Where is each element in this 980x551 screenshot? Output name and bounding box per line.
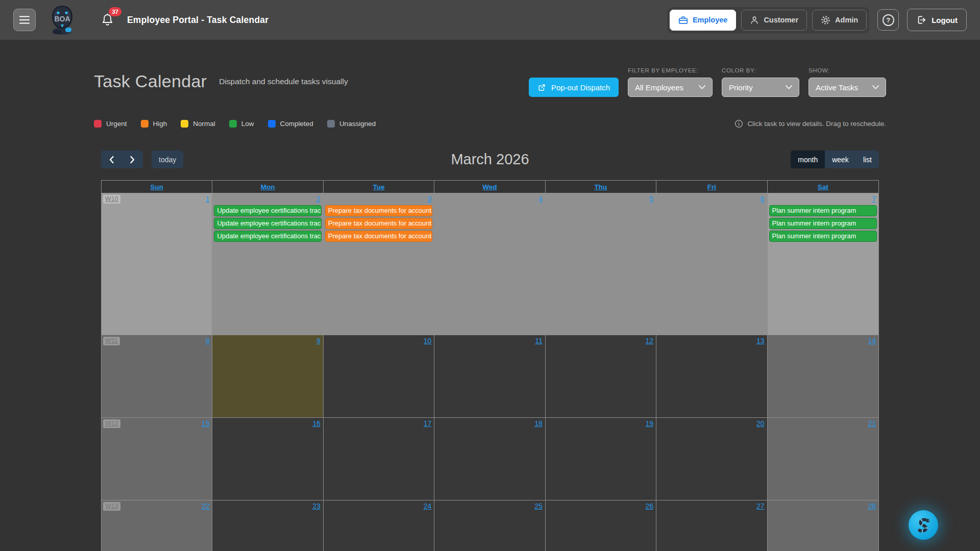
day-cell-march-19[interactable]: 19 bbox=[546, 418, 656, 500]
date-link-21[interactable]: 21 bbox=[868, 419, 876, 428]
date-link-20[interactable]: 20 bbox=[756, 419, 765, 428]
dow-link-tue[interactable]: Tue bbox=[373, 183, 385, 191]
dow-link-thu[interactable]: Thu bbox=[595, 183, 607, 191]
calendar-event[interactable]: Prepare tax documents for accountant bbox=[325, 218, 432, 229]
date-link-15[interactable]: 15 bbox=[202, 419, 210, 428]
date-link-23[interactable]: 23 bbox=[312, 502, 321, 511]
date-link-2[interactable]: 2 bbox=[316, 195, 321, 204]
dow-link-fri[interactable]: Fri bbox=[707, 183, 716, 191]
date-link-27[interactable]: 27 bbox=[756, 502, 765, 511]
date-link-16[interactable]: 16 bbox=[312, 419, 321, 428]
filter-select-1[interactable]: All Employees bbox=[628, 78, 713, 97]
calendar-event[interactable]: Prepare tax documents for accountant bbox=[325, 231, 432, 242]
next-month-button[interactable] bbox=[122, 151, 143, 168]
day-cell-march-10[interactable]: 10 bbox=[324, 335, 434, 418]
calendar-event[interactable]: Update employee certifications tracker bbox=[214, 231, 321, 242]
logout-button[interactable]: Logout bbox=[907, 9, 967, 31]
day-cell-march-20[interactable]: 20 bbox=[656, 418, 767, 500]
menu-button[interactable] bbox=[13, 9, 36, 31]
filter-select-3[interactable]: Active Tasks bbox=[808, 78, 886, 97]
day-cell-march-11[interactable]: 11 bbox=[434, 335, 545, 418]
day-cell-march-9[interactable]: 9 bbox=[212, 335, 323, 418]
date-link-1[interactable]: 1 bbox=[206, 195, 210, 204]
popout-dispatch-button[interactable]: Pop-out Dispatch bbox=[529, 78, 619, 97]
day-cell-march-1[interactable]: W101 bbox=[102, 193, 212, 335]
date-link-5[interactable]: 5 bbox=[649, 195, 653, 204]
date-link-14[interactable]: 14 bbox=[868, 337, 876, 345]
role-button-customer[interactable]: Customer bbox=[741, 10, 807, 31]
day-cell-march-14[interactable]: 14 bbox=[768, 335, 878, 418]
help-button[interactable]: ? bbox=[877, 9, 899, 31]
week-number-link-w13[interactable]: W13 bbox=[103, 502, 120, 511]
date-link-25[interactable]: 25 bbox=[534, 502, 543, 511]
date-link-11[interactable]: 11 bbox=[535, 337, 543, 345]
calendar-event[interactable]: Plan summer intern program bbox=[769, 205, 877, 216]
day-cell-march-18[interactable]: 18 bbox=[434, 418, 545, 500]
week-number-link-w12[interactable]: W12 bbox=[103, 419, 120, 428]
calendar-event[interactable]: Prepare tax documents for accountant bbox=[325, 205, 432, 216]
view-button-month[interactable]: month bbox=[791, 151, 825, 168]
day-cell-march-12[interactable]: 12 bbox=[546, 335, 656, 418]
date-link-8[interactable]: 8 bbox=[206, 337, 210, 345]
prev-month-button[interactable] bbox=[101, 151, 122, 168]
day-cell-march-27[interactable]: 27 bbox=[656, 500, 767, 551]
date-link-28[interactable]: 28 bbox=[868, 502, 876, 511]
cell-top: 6 bbox=[656, 193, 767, 205]
day-cell-march-2[interactable]: 2Update employee certifications trackerU… bbox=[212, 193, 323, 335]
week-number-link-w11[interactable]: W11 bbox=[103, 337, 120, 345]
date-link-22[interactable]: 22 bbox=[202, 502, 210, 511]
day-cell-march-13[interactable]: 13 bbox=[656, 335, 767, 418]
day-cell-march-22[interactable]: W1322 bbox=[102, 500, 212, 551]
date-link-12[interactable]: 12 bbox=[646, 337, 654, 345]
date-link-7[interactable]: 7 bbox=[872, 195, 876, 204]
calendar-event[interactable]: Plan summer intern program bbox=[769, 231, 877, 242]
date-link-18[interactable]: 18 bbox=[534, 419, 543, 428]
day-cell-march-6[interactable]: 6 bbox=[656, 193, 767, 335]
day-cell-march-8[interactable]: W118 bbox=[102, 335, 212, 418]
view-button-week[interactable]: week bbox=[825, 151, 856, 168]
day-cell-march-24[interactable]: 24 bbox=[324, 500, 434, 551]
date-link-9[interactable]: 9 bbox=[316, 337, 321, 345]
day-cell-march-16[interactable]: 16 bbox=[212, 418, 323, 500]
date-link-17[interactable]: 17 bbox=[424, 419, 432, 428]
day-cell-march-15[interactable]: W1215 bbox=[102, 418, 212, 500]
date-link-3[interactable]: 3 bbox=[427, 195, 431, 204]
today-button[interactable]: today bbox=[152, 151, 183, 168]
notifications-button[interactable]: 37 bbox=[101, 13, 114, 27]
day-cell-march-5[interactable]: 5 bbox=[546, 193, 656, 335]
calendar-event[interactable]: Plan summer intern program bbox=[769, 218, 877, 229]
day-cell-march-7[interactable]: 7Plan summer intern programPlan summer i… bbox=[768, 193, 878, 335]
legend-color-chip bbox=[181, 120, 188, 128]
date-link-4[interactable]: 4 bbox=[538, 195, 543, 204]
role-button-admin[interactable]: Admin bbox=[812, 10, 867, 31]
dow-link-sat[interactable]: Sat bbox=[818, 183, 828, 191]
date-link-26[interactable]: 26 bbox=[646, 502, 654, 511]
date-link-13[interactable]: 13 bbox=[756, 337, 765, 345]
date-link-10[interactable]: 10 bbox=[424, 337, 432, 345]
day-cell-march-4[interactable]: 4 bbox=[434, 193, 545, 335]
assistant-fab[interactable] bbox=[909, 510, 938, 540]
calendar-event[interactable]: Update employee certifications tracker bbox=[214, 218, 321, 229]
date-link-19[interactable]: 19 bbox=[646, 419, 654, 428]
filter-select-2[interactable]: Priority bbox=[722, 78, 799, 97]
dow-link-sun[interactable]: Sun bbox=[150, 183, 163, 191]
legend-label: High bbox=[153, 120, 167, 128]
day-cell-march-25[interactable]: 25 bbox=[434, 500, 545, 551]
calendar-event[interactable]: Update employee certifications tracker bbox=[214, 205, 321, 216]
day-cell-march-23[interactable]: 23 bbox=[212, 500, 323, 551]
day-cell-march-21[interactable]: 21 bbox=[768, 418, 878, 500]
date-link-6[interactable]: 6 bbox=[761, 195, 765, 204]
legend-item-normal: Normal bbox=[181, 120, 215, 128]
view-button-list[interactable]: list bbox=[856, 151, 879, 168]
cell-top: 19 bbox=[546, 418, 656, 429]
day-cell-march-3[interactable]: 3Prepare tax documents for accountantPre… bbox=[324, 193, 434, 335]
day-cell-march-28[interactable]: 28 bbox=[768, 500, 878, 551]
week-number-link-w10[interactable]: W10 bbox=[103, 195, 120, 204]
event-list: Prepare tax documents for accountantPrep… bbox=[324, 205, 434, 242]
dow-link-mon[interactable]: Mon bbox=[261, 183, 275, 191]
day-cell-march-17[interactable]: 17 bbox=[324, 418, 434, 500]
date-link-24[interactable]: 24 bbox=[424, 502, 432, 511]
day-cell-march-26[interactable]: 26 bbox=[546, 500, 656, 551]
dow-link-wed[interactable]: Wed bbox=[482, 183, 497, 191]
role-button-employee[interactable]: Employee bbox=[670, 10, 737, 31]
